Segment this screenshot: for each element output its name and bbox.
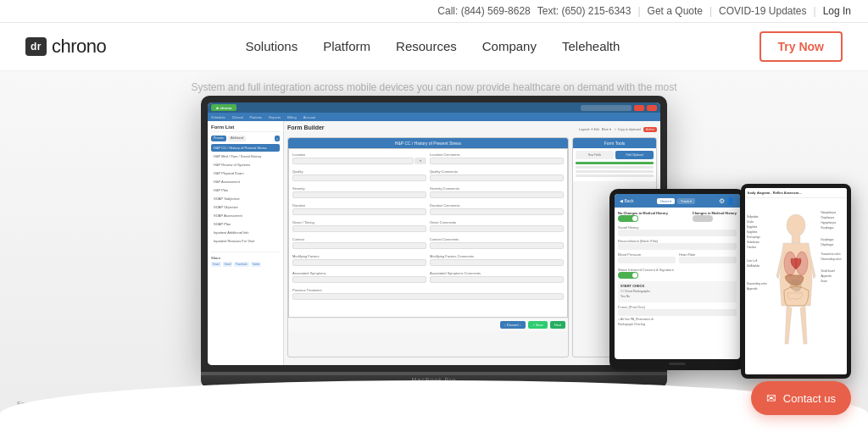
- screen-nav-patients: Patients: [250, 115, 262, 119]
- laptop-screen: dr chrono Schedule Clinical Patients Rep…: [208, 102, 660, 365]
- screen-nav-schedule: Schedule: [211, 115, 225, 119]
- nav-resources[interactable]: Resources: [396, 39, 457, 53]
- contact-icon: ✉: [766, 391, 776, 405]
- tablet-screen: ◀ Back Heart ▾ Track ▾ ⚙ 👤 No Ch: [615, 194, 740, 359]
- login-link[interactable]: Log In: [823, 5, 851, 17]
- anatomy-content: body diagram - Reflex Assessm... Softpal…: [745, 188, 847, 374]
- screen-body: Form List Presets Additional + H&P CC / …: [208, 121, 660, 365]
- tablet-home-button: [669, 363, 686, 365]
- main-nav: dr chrono Solutions Platform Resources C…: [0, 23, 868, 71]
- devices-container: dr chrono Schedule Clinical Patients Rep…: [0, 116, 868, 404]
- logo-box: dr: [25, 37, 47, 56]
- anatomy-tablet-screen: body diagram - Reflex Assessm... Softpal…: [745, 188, 847, 374]
- tablet-body: ◀ Back Heart ▾ Track ▾ ⚙ 👤 No Ch: [609, 189, 745, 370]
- form-header: H&P CC / History of Present Stress: [288, 138, 568, 148]
- screen-nav-clinical: Clinical: [232, 115, 243, 119]
- laptop-body: dr chrono Schedule Clinical Patients Rep…: [201, 96, 667, 372]
- screen-topbar: dr chrono: [208, 102, 660, 113]
- svg-rect-1: [792, 235, 800, 243]
- screen-sidebar-item-6: SOAP Subjective: [211, 195, 280, 202]
- logo-text: chrono: [52, 36, 106, 58]
- screen-sidebar-item-1: H&P Med / Fam / Social History: [211, 152, 280, 160]
- form-builder-title: Form Builder: [287, 125, 325, 130]
- screen-sidebar-item-8: SOAP Assessment: [211, 212, 280, 219]
- screen-sidebar-item-11: Inpatient Reasons For Visit: [211, 237, 280, 245]
- form-body: Location ▼ Location Comments: [288, 148, 568, 318]
- screen-sidebar-title: Form List: [211, 125, 280, 132]
- nav-solutions[interactable]: Solutions: [245, 39, 298, 53]
- tablet-body-content: No Changes to Medical History Changes in…: [615, 208, 740, 330]
- screen-form-main: Form Builder Legend: ✏ Edit More ▾ ☆ Cop…: [284, 121, 660, 365]
- laptop-mockup: dr chrono Schedule Clinical Patients Rep…: [201, 96, 667, 387]
- svg-point-0: [787, 214, 805, 236]
- screen-sidebar-item-5: H&P Plan: [211, 186, 280, 194]
- covid-link[interactable]: COVID-19 Updates: [719, 5, 806, 17]
- contact-us-button[interactable]: ✉ Contact us: [751, 381, 851, 415]
- screen-sidebar-item-active: H&P CC / History of Present Stress: [211, 144, 280, 152]
- screen-sidebar-item-7: SOAP Objective: [211, 203, 280, 211]
- screen-sidebar-item-2: H&P Review of Systems: [211, 161, 280, 169]
- get-quote-link[interactable]: Get a Quote: [648, 5, 703, 17]
- screen-sidebar: Form List Presets Additional + H&P CC / …: [208, 121, 284, 365]
- nav-platform[interactable]: Platform: [323, 39, 370, 53]
- logo: dr chrono: [25, 36, 106, 58]
- anatomy-tablet-mockup: body diagram - Reflex Assessm... Softpal…: [741, 184, 851, 379]
- screen-sidebar-item-10: Inpatient Additional Info: [211, 229, 280, 236]
- separator-1: |: [637, 5, 640, 17]
- nav-links: Solutions Platform Resources Company Tel…: [245, 39, 620, 54]
- separator-3: |: [814, 5, 816, 17]
- tablet-mockup: ◀ Back Heart ▾ Track ▾ ⚙ 👤 No Ch: [609, 189, 745, 370]
- tablet-screen-inner: ◀ Back Heart ▾ Track ▾ ⚙ 👤 No Ch: [615, 194, 740, 359]
- hero-section: System and full integration across mobil…: [0, 71, 868, 414]
- nav-company[interactable]: Company: [482, 39, 537, 53]
- screen-content: dr chrono Schedule Clinical Patients Rep…: [208, 102, 660, 365]
- screen-nav-billing: Billing: [287, 115, 297, 119]
- screen-nav-tabs: Schedule Clinical Patients Reports Billi…: [208, 113, 660, 121]
- screen-sidebar-item-3: H&P Physical Exam: [211, 169, 280, 177]
- separator-2: |: [709, 5, 712, 17]
- anatomy-tablet-body: body diagram - Reflex Assessm... Softpal…: [741, 184, 851, 379]
- text-phone: Text: (650) 215-6343: [537, 5, 632, 17]
- screen-sidebar-item-9: SOAP Plan: [211, 220, 280, 228]
- top-bar: Call: (844) 569-8628 Text: (650) 215-634…: [0, 0, 868, 23]
- try-now-button[interactable]: Try Now: [760, 31, 843, 62]
- screen-sidebar-item-4: H&P Assessment: [211, 178, 280, 186]
- screen-nav-reports: Reports: [269, 115, 281, 119]
- contact-label: Contact us: [783, 392, 836, 405]
- phone-text: Call: (844) 569-8628: [437, 5, 530, 17]
- tablet-header: ◀ Back Heart ▾ Track ▾ ⚙ 👤: [615, 194, 740, 208]
- screen-nav-account: Account: [303, 115, 315, 119]
- nav-telehealth[interactable]: Telehealth: [562, 39, 620, 53]
